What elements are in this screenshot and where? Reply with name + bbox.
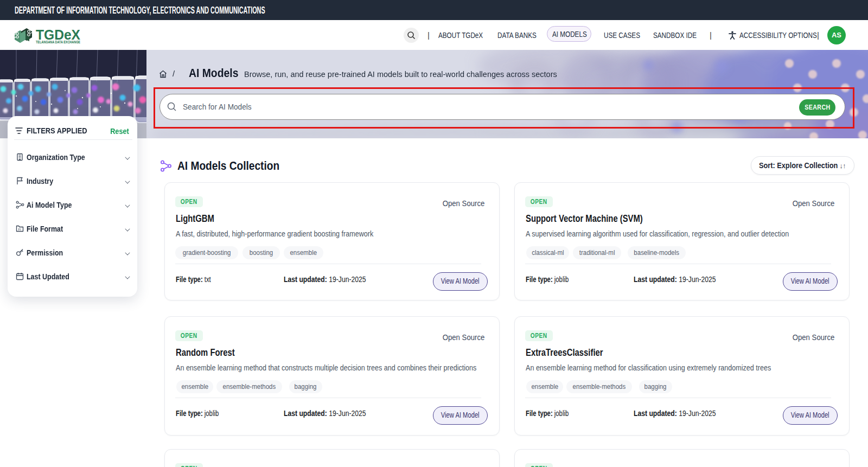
svg-text:FI: FI xyxy=(18,228,21,231)
svg-text:TELANGANA DATA EXCHANGE: TELANGANA DATA EXCHANGE xyxy=(36,40,80,44)
